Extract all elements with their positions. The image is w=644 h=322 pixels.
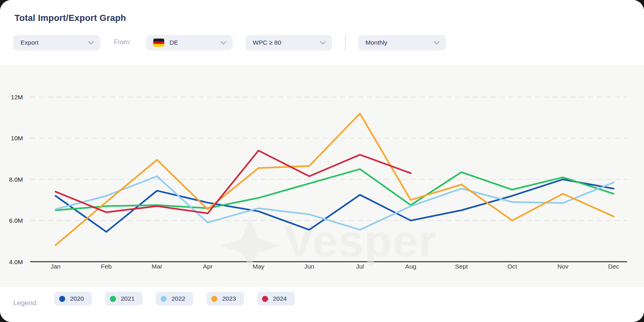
chart-section: 12M10M8.0M6.0M4.0MJanFebMarAprMayJunJulA… [0,65,644,286]
watermark-sparkle-icon [221,217,280,268]
trade-type-value: Export [21,39,84,46]
legend-color-dot [262,296,268,302]
legend-color-dot [211,296,217,302]
wpc-filter-value: WPC ≥ 80 [253,39,316,46]
legend-item-2023[interactable]: 2023 [206,292,244,306]
import-export-line-chart: 12M10M8.0M6.0M4.0MJanFebMarAprMayJunJulA… [0,65,644,286]
legend-item-2021[interactable]: 2021 [105,292,142,306]
legend-item-2020[interactable]: 2020 [54,292,92,306]
legend-year-label: 2022 [171,295,185,302]
legend-color-dot [59,296,65,302]
legend-item-2024[interactable]: 2024 [257,292,295,306]
legend-items: 20202021202220232024 [54,292,295,306]
y-tick-label: 6.0M [9,217,23,224]
y-tick-label: 4.0M [9,258,23,265]
y-tick-label: 12M [11,94,23,100]
country-value: DE [169,39,217,46]
filter-divider [345,35,346,50]
legend-footer: Legend: 20202021202220232024 [0,286,644,322]
series-line-2022[interactable] [56,176,614,230]
chevron-down-icon [221,41,226,45]
y-tick-label: 8.0M [9,176,23,183]
x-tick-label-Dec: Dec [608,263,619,270]
country-dropdown[interactable]: DE [146,35,233,50]
legend-year-label: 2023 [222,295,236,302]
wpc-filter-dropdown[interactable]: WPC ≥ 80 [246,35,332,50]
x-tick-label-Jan: Jan [51,263,61,270]
legend-color-dot [161,296,167,302]
chevron-down-icon [88,41,94,45]
x-tick-label-May: May [253,263,265,270]
legend-label: Legend: [13,299,38,307]
x-tick-label-Sept: Sept [455,263,468,270]
card-header: Total Import/Export Graph Export From: D… [0,0,644,65]
germany-flag-icon [153,39,164,47]
page-title: Total Import/Export Graph [14,13,126,23]
chevron-down-icon [434,41,440,45]
legend-item-2022[interactable]: 2022 [156,292,193,306]
x-tick-label-Oct: Oct [507,263,517,270]
x-tick-label-Feb: Feb [101,263,112,270]
trade-type-dropdown[interactable]: Export [13,35,100,50]
series-line-2024[interactable] [56,151,411,213]
vesper-watermark: Vesper [221,216,437,268]
legend-year-label: 2020 [70,295,84,302]
x-tick-label-Nov: Nov [557,263,569,270]
x-tick-label-Mar: Mar [152,263,163,270]
legend-color-dot [110,296,116,302]
x-tick-label-Apr: Apr [203,263,213,270]
y-tick-label: 10M [11,135,23,142]
legend-year-label: 2024 [273,295,287,302]
period-dropdown[interactable]: Monthly [358,35,446,50]
legend-year-label: 2021 [121,295,134,302]
import-export-card: Total Import/Export Graph Export From: D… [0,0,644,322]
period-value: Monthly [365,39,430,46]
watermark-text: Vesper [284,216,437,266]
chevron-down-icon [320,41,326,45]
from-label: From: [114,39,131,46]
